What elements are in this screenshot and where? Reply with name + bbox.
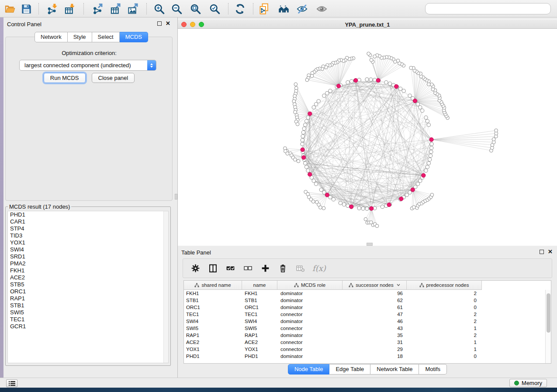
network-node[interactable] xyxy=(301,134,304,138)
network-hub-node[interactable] xyxy=(302,155,306,159)
network-node[interactable] xyxy=(342,203,346,206)
control-panel-close-icon[interactable]: ✕ xyxy=(166,21,170,26)
table-scrollbar-thumb[interactable] xyxy=(547,293,550,333)
network-node[interactable] xyxy=(426,165,429,168)
network-hub-node[interactable] xyxy=(308,172,312,176)
network-node[interactable] xyxy=(294,83,298,86)
mcds-result-item[interactable]: SWI4 xyxy=(8,246,168,253)
mcds-result-item[interactable]: STB1 xyxy=(8,302,168,309)
zoom-in-button[interactable] xyxy=(152,2,167,16)
table-scrollbar[interactable] xyxy=(545,290,551,363)
mcds-result-item[interactable]: PHD1 xyxy=(8,211,168,218)
network-node[interactable] xyxy=(357,206,361,210)
network-hub-node[interactable] xyxy=(422,173,426,177)
table-row[interactable]: RAP1RAP1dominator352 xyxy=(184,332,545,339)
table-panel-close-icon[interactable]: ✕ xyxy=(548,250,553,254)
network-node[interactable] xyxy=(297,159,300,163)
network-node[interactable] xyxy=(304,162,307,165)
zoom-selected-button[interactable] xyxy=(208,2,222,16)
network-node[interactable] xyxy=(381,205,384,209)
network-node[interactable] xyxy=(365,78,369,81)
network-node[interactable] xyxy=(370,58,373,62)
delete-column-button[interactable] xyxy=(277,263,289,274)
network-node[interactable] xyxy=(419,179,422,182)
network-hub-node[interactable] xyxy=(349,205,353,209)
show-all-button[interactable] xyxy=(315,2,329,16)
network-node[interactable] xyxy=(305,78,309,82)
mcds-result-item[interactable]: GCR1 xyxy=(8,323,168,330)
mcds-result-item[interactable]: CAR1 xyxy=(8,218,168,225)
network-node[interactable] xyxy=(416,103,419,106)
mcds-list-scrollbar[interactable] xyxy=(163,211,168,363)
network-node[interactable] xyxy=(325,91,329,95)
column-header-mcds-role[interactable]: MCDS role xyxy=(277,281,343,289)
mcds-result-item[interactable]: SRD1 xyxy=(8,253,168,260)
network-node[interactable] xyxy=(429,150,433,154)
network-node[interactable] xyxy=(319,206,322,209)
control-panel-float-icon[interactable] xyxy=(157,21,162,26)
network-node[interactable] xyxy=(305,119,308,123)
network-node[interactable] xyxy=(369,78,373,81)
network-node[interactable] xyxy=(322,94,326,97)
mcds-result-item[interactable]: SWI5 xyxy=(8,309,168,316)
network-hub-node[interactable] xyxy=(325,193,329,197)
network-node[interactable] xyxy=(492,138,495,141)
mcds-result-item[interactable]: YOX1 xyxy=(8,239,168,246)
network-node[interactable] xyxy=(373,55,377,58)
tab-style[interactable]: Style xyxy=(68,32,92,42)
column-header-successor-nodes[interactable]: successor nodes xyxy=(343,281,407,289)
network-node[interactable] xyxy=(332,198,335,201)
deselect-all-button[interactable] xyxy=(242,263,254,274)
network-window-titlebar[interactable]: YPA_prune.txt_1 xyxy=(178,19,557,29)
network-node[interactable] xyxy=(426,119,429,123)
mcds-result-list[interactable]: PHD1CAR1STP4TID3YOX1SWI4SRD1PMA2FKH1ACE2… xyxy=(7,211,169,363)
network-node[interactable] xyxy=(339,201,342,205)
mcds-result-item[interactable]: TID3 xyxy=(8,232,168,239)
network-node[interactable] xyxy=(301,142,304,146)
mcds-result-item[interactable]: FKH1 xyxy=(8,267,168,274)
network-node[interactable] xyxy=(430,142,433,146)
network-node[interactable] xyxy=(367,52,370,55)
horizontal-splitter[interactable] xyxy=(178,243,557,246)
function-builder-button[interactable]: f(x) xyxy=(312,264,326,273)
column-header-shared-name[interactable]: shared name xyxy=(184,281,242,289)
column-header-name[interactable]: name xyxy=(242,281,277,289)
network-node[interactable] xyxy=(319,188,323,192)
network-node[interactable] xyxy=(399,87,402,90)
network-node[interactable] xyxy=(430,146,433,150)
mcds-result-item[interactable]: TEC1 xyxy=(8,316,168,323)
network-node[interactable] xyxy=(310,74,314,78)
show-columns-button[interactable] xyxy=(208,263,219,274)
horizontal-splitter-handle[interactable] xyxy=(367,243,373,246)
network-hub-node[interactable] xyxy=(337,84,341,88)
network-node[interactable] xyxy=(306,169,310,172)
network-node[interactable] xyxy=(322,206,325,210)
network-node[interactable] xyxy=(430,193,434,196)
network-canvas[interactable] xyxy=(178,29,557,243)
network-node[interactable] xyxy=(292,100,296,103)
apply-layout-button[interactable] xyxy=(233,2,248,16)
table-row[interactable]: STB1STB1dominator620 xyxy=(184,297,545,304)
new-network-from-selection-button[interactable] xyxy=(257,2,272,16)
network-node[interactable] xyxy=(357,78,361,82)
import-network-button[interactable] xyxy=(45,2,60,16)
network-node[interactable] xyxy=(409,66,413,70)
network-node[interactable] xyxy=(428,158,432,161)
memory-button[interactable]: Memory xyxy=(509,379,547,387)
network-node[interactable] xyxy=(427,162,430,165)
tab-motifs[interactable]: Motifs xyxy=(419,364,447,375)
network-hub-node[interactable] xyxy=(308,112,312,116)
network-hub-node[interactable] xyxy=(301,148,304,151)
table-row[interactable]: SWI4SWI4dominator462 xyxy=(184,318,545,325)
network-node[interactable] xyxy=(346,81,349,84)
criterion-select[interactable]: largest connected component (undirected) xyxy=(19,60,156,71)
mcds-result-item[interactable]: ORC1 xyxy=(8,288,168,295)
network-node[interactable] xyxy=(294,158,297,162)
table-options-button[interactable] xyxy=(190,263,201,274)
table-row[interactable]: YOX1YOX1connector291 xyxy=(184,346,545,353)
network-node[interactable] xyxy=(364,217,367,221)
network-node[interactable] xyxy=(317,100,320,103)
network-hub-node[interactable] xyxy=(370,206,374,210)
table-row[interactable]: PHD1PHD1dominator180 xyxy=(184,353,545,360)
network-node[interactable] xyxy=(305,165,308,168)
